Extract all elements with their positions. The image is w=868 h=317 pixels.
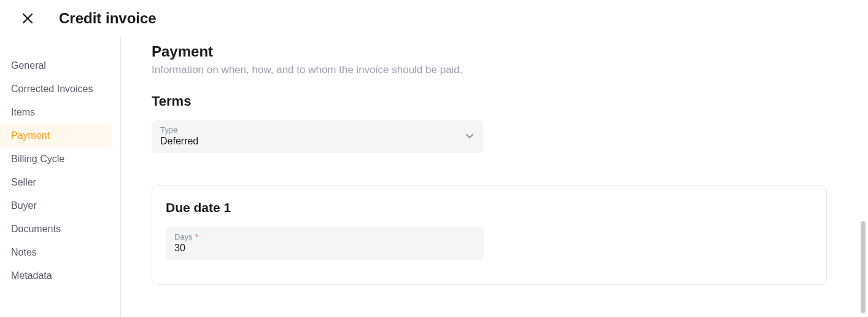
sidebar-item-corrected-invoices[interactable]: Corrected Invoices bbox=[0, 77, 112, 101]
sidebar-item-general[interactable]: General bbox=[0, 54, 112, 77]
days-field[interactable]: Days* bbox=[166, 227, 484, 260]
main-content: Payment Information on when, how, and to… bbox=[121, 37, 868, 316]
card-title-due-date: Due date 1 bbox=[166, 200, 813, 215]
sidebar-item-label: General bbox=[11, 60, 46, 71]
page-title: Credit invoice bbox=[59, 10, 157, 27]
sidebar-item-documents[interactable]: Documents bbox=[0, 217, 112, 241]
field-label-type: Type bbox=[160, 125, 475, 135]
sidebar-item-label: Seller bbox=[11, 177, 36, 187]
section-title-payment: Payment bbox=[152, 43, 837, 60]
sidebar-item-items[interactable]: Items bbox=[0, 101, 112, 124]
sidebar-item-label: Billing Cycle bbox=[11, 154, 64, 164]
sidebar-item-payment[interactable]: Payment bbox=[0, 124, 112, 147]
required-indicator: * bbox=[195, 232, 198, 241]
scrollbar-thumb[interactable] bbox=[861, 221, 866, 313]
sidebar-item-label: Corrected Invoices bbox=[11, 84, 93, 94]
header: Credit invoice bbox=[0, 0, 868, 37]
close-icon[interactable] bbox=[21, 12, 34, 25]
sidebar-item-label: Payment bbox=[11, 130, 50, 141]
due-date-card: Due date 1 Days* bbox=[152, 185, 827, 285]
chevron-down-icon bbox=[465, 131, 475, 143]
sidebar-item-metadata[interactable]: Metadata bbox=[0, 264, 112, 288]
body: General Corrected Invoices Items Payment… bbox=[0, 37, 868, 316]
days-input[interactable] bbox=[174, 243, 475, 254]
sidebar-item-notes[interactable]: Notes bbox=[0, 241, 112, 264]
sidebar-item-label: Buyer bbox=[11, 200, 37, 211]
terms-type-select[interactable]: Type Deferred bbox=[152, 120, 483, 153]
sidebar-item-label: Items bbox=[11, 107, 35, 117]
sidebar-item-seller[interactable]: Seller bbox=[0, 171, 112, 194]
sidebar-item-label: Metadata bbox=[11, 270, 52, 281]
field-label-days: Days* bbox=[174, 232, 475, 241]
sidebar-item-billing-cycle[interactable]: Billing Cycle bbox=[0, 147, 112, 171]
terms-type-value: Deferred bbox=[160, 136, 475, 147]
sidebar: General Corrected Invoices Items Payment… bbox=[0, 37, 121, 316]
subsection-title-terms: Terms bbox=[152, 93, 837, 109]
sidebar-item-label: Documents bbox=[11, 224, 61, 234]
sidebar-item-label: Notes bbox=[11, 247, 37, 257]
field-label-days-text: Days bbox=[174, 232, 193, 241]
section-description-payment: Information on when, how, and to whom th… bbox=[152, 64, 837, 76]
sidebar-item-buyer[interactable]: Buyer bbox=[0, 194, 112, 217]
